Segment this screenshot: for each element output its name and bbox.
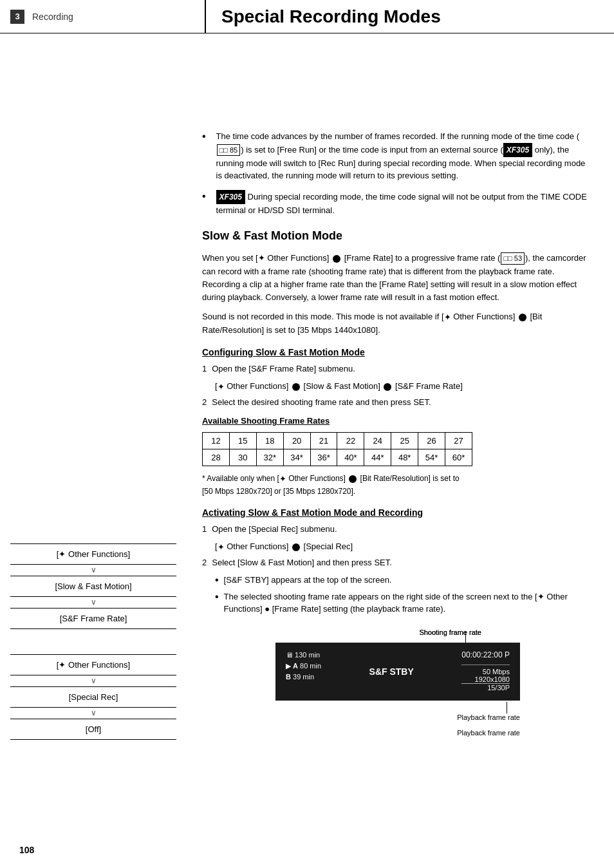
slow-fast-body1: When you set [✦ Other Functions] [Frame … [202, 252, 593, 304]
cell-34: 34* [283, 449, 310, 466]
cam-framerate-value: 15/30P [461, 683, 510, 692]
playback-arrow-line [507, 702, 507, 713]
activate-steps: 1 Open the [Special Rec] submenu. [✦ Oth… [202, 523, 593, 616]
menu-chain-arrow-1a: ∨ [10, 564, 176, 576]
act-step-2-text: Select [Slow & Fast Motion] and then pre… [212, 556, 392, 569]
menu-chain-item-1a: [✦ Other Functions] [10, 543, 176, 565]
header-right: Special Recording Modes [206, 0, 614, 33]
cell-20: 20 [283, 433, 310, 449]
xf305-badge-1: XF305 [503, 143, 532, 157]
cell-60: 60* [445, 449, 472, 466]
header-left: 3 Recording [0, 0, 206, 33]
bullet-text-1: The time code advances by the number of … [216, 130, 593, 182]
wrench-icon-2: ✦ [444, 311, 451, 324]
wrench-icon-note: ✦ [279, 473, 286, 486]
circle-icon-2 [519, 314, 526, 321]
page-title: Special Recording Modes [221, 6, 441, 27]
frame-rate-table: 12 15 18 20 21 22 24 25 26 27 28 [202, 432, 472, 466]
cell-36: 36* [310, 449, 337, 466]
header-recording-label: Recording [32, 12, 73, 22]
shooting-label-spacer: Shooting frame rate [419, 628, 481, 636]
menu-chain-item-2a: [✦ Other Functions] [10, 654, 176, 675]
xf305-badge-2: XF305 [216, 190, 245, 204]
bullet-item-1: The time code advances by the number of … [202, 130, 593, 182]
bullet-item-2: XF305 During special recording mode, the… [202, 190, 593, 217]
bullet-list-top: The time code advances by the number of … [202, 130, 593, 216]
act-step-2: 2 Select [Slow & Fast Motion] and then p… [202, 556, 593, 569]
cam-storage-1: 🖥 130 min [286, 650, 321, 660]
act-step-1: 1 Open the [Special Rec] submenu. [202, 523, 593, 536]
page-footer: 108 [19, 845, 34, 855]
menu-chain-arrow-2b: ∨ [10, 707, 176, 719]
step-1-sub: [✦ Other Functions] [Slow & Fast Motion]… [215, 380, 593, 393]
slow-fast-heading: Slow & Fast Motion Mode [202, 229, 593, 245]
cell-24: 24 [364, 433, 391, 449]
cell-26: 26 [418, 433, 445, 449]
act-step-1-sub: [✦ Other Functions] [Special Rec] [215, 540, 593, 553]
circle-icon-act1 [292, 543, 300, 551]
table-title: Available Shooting Frame Rates [202, 416, 593, 426]
page-header: 3 Recording Special Recording Modes [0, 0, 614, 33]
cell-12: 12 [203, 433, 230, 449]
act-bullet-list: [S&F STBY] appears at the top of the scr… [215, 574, 593, 616]
menu-chain-arrow-2a: ∨ [10, 675, 176, 686]
act-step-num-2: 2 [202, 556, 207, 569]
menu-chain-item-2b: [Special Rec] [10, 686, 176, 708]
table-note: * Available only when [✦ Other Functions… [202, 473, 593, 497]
config-step-2: 2 Select the desired shooting frame rate… [202, 396, 593, 409]
act-bullet-2: The selected shooting frame rate appears… [215, 590, 593, 616]
table-row-1: 12 15 18 20 21 22 24 25 26 27 [203, 433, 472, 449]
menu-chain-item-1b: [Slow & Fast Motion] [10, 576, 176, 597]
menu-chain-arrow-1b: ∨ [10, 596, 176, 608]
playback-frame-rate-label: Playback frame rate [457, 713, 520, 721]
step-2-text: Select the desired shooting frame rate a… [212, 396, 431, 409]
activate-heading: Activating Slow & Fast Motion Mode and R… [202, 507, 593, 518]
wrench-icon-act1: ✦ [218, 541, 225, 554]
cam-left-info: 🖥 130 min ▶ A 80 min B 39 min [286, 650, 321, 683]
slow-fast-section: Slow & Fast Motion Mode When you set [✦ … [202, 229, 593, 737]
cam-timecode: 00:00:22:00 P [461, 650, 510, 659]
cell-15: 15 [229, 433, 256, 449]
cell-27: 27 [445, 433, 472, 449]
cam-center-snf: S&F STBY [369, 666, 414, 677]
page-container: 3 Recording Special Recording Modes [✦ O… [0, 0, 614, 868]
cam-framerate-display: 15/30P [461, 683, 510, 692]
act-bullet-1: [S&F STBY] appears at the top of the scr… [215, 574, 593, 587]
cell-21: 21 [310, 433, 337, 449]
cam-storage-3: B 39 min [286, 672, 321, 682]
cell-32: 32* [256, 449, 283, 466]
camera-display: 🖥 130 min ▶ A 80 min B 39 min S&F STBY 0… [275, 643, 520, 701]
left-sidebar: [✦ Other Functions] ∨ [Slow & Fast Motio… [0, 33, 187, 842]
act-step-1-text: Open the [Special Rec] submenu. [212, 523, 337, 536]
book-ref-53: □□ 53 [501, 252, 525, 265]
config-steps: 1 Open the [S&F Frame Rate] submenu. [✦ … [202, 363, 593, 408]
cam-bitrate: 50 Mbps [461, 668, 510, 675]
main-layout: [✦ Other Functions] ∨ [Slow & Fast Motio… [0, 33, 614, 842]
cam-bitrate-area: 50 Mbps 1920x1080 15/30P [461, 665, 510, 692]
top-bullets-section: The time code advances by the number of … [202, 130, 593, 216]
act-step-num-1: 1 [202, 523, 207, 536]
circle-icon-sub1 [292, 383, 300, 391]
wrench-icon-1: ✦ [258, 252, 265, 265]
wrench-icon-sub1: ✦ [218, 381, 225, 393]
menu-chain-item-2c: [Off] [10, 719, 176, 740]
circle-icon-1 [333, 255, 340, 263]
menu-chain-item-1c: [S&F Frame Rate] [10, 608, 176, 629]
page-number: 108 [19, 845, 34, 855]
slow-fast-body2: Sound is not recorded in this mode. This… [202, 310, 593, 337]
bullet-text-2: XF305 During special recording mode, the… [216, 190, 593, 217]
circle-icon-note [349, 475, 357, 483]
book-ref-85: □□ 85 [217, 144, 241, 156]
playback-label: Playback frame rate [275, 729, 520, 737]
menu-chain-1: [✦ Other Functions] ∨ [Slow & Fast Motio… [10, 543, 176, 628]
cell-44: 44* [364, 449, 391, 466]
cell-25: 25 [391, 433, 418, 449]
page-number-box: 3 [10, 10, 24, 24]
camera-display-container: Shooting frame rate Shooting frame rate … [275, 628, 520, 737]
config-heading: Configuring Slow & Fast Motion Mode [202, 347, 593, 357]
step-1-text: Open the [S&F Frame Rate] submenu. [212, 363, 355, 375]
cam-storage-2: ▶ A 80 min [286, 661, 321, 671]
cam-right-area: 00:00:22:00 P 50 Mbps 1920x1080 15/30P [461, 650, 510, 692]
step-num-2: 2 [202, 396, 207, 409]
cell-48: 48* [391, 449, 418, 466]
